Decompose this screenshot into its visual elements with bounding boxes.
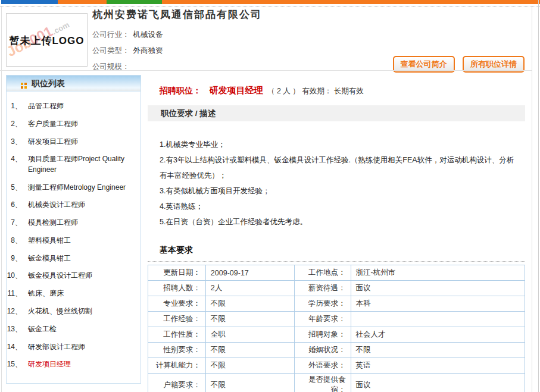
- company-scale-label: 公司规模：: [92, 62, 130, 71]
- company-type-value: 外商独资: [133, 46, 163, 55]
- topbar-orange-segment: [162, 0, 540, 4]
- company-type-label: 公司类型：: [92, 46, 130, 55]
- header-divider: [0, 70, 532, 71]
- job-list-item[interactable]: 6、机械类设计工程师: [7, 196, 138, 214]
- requirements-row: 更新日期：2009-09-17工作地点：浙江-杭州市: [148, 265, 525, 281]
- requirements-row: 户籍要求：不限是否提供食宿：面议: [148, 374, 525, 392]
- content-right-border: [532, 7, 532, 392]
- requirement-label: 学历要求：: [294, 296, 351, 312]
- job-list-item[interactable]: 8、塑料模具钳工: [7, 232, 138, 250]
- job-list-item[interactable]: 15、研发项目经理: [7, 356, 138, 374]
- job-list-item[interactable]: 2、客户质量工程师: [7, 115, 138, 133]
- requirement-label: 工作性质：: [148, 327, 206, 343]
- job-item-number: 6、: [7, 200, 28, 210]
- job-list-item[interactable]: 3、研发项目工程师: [7, 133, 138, 151]
- job-item-number: 11、: [7, 288, 28, 299]
- page: Job001.com 暂未上传LOGO 杭州安费诺飞凤通信部品有限公司 公司行业…: [0, 0, 540, 392]
- job-item-number: 1、: [7, 101, 28, 111]
- job-list-item[interactable]: 14、研发部设计工程师: [7, 338, 138, 356]
- top-color-bar: [0, 0, 540, 4]
- job-list-item[interactable]: 9、钣金模具钳工: [7, 250, 138, 268]
- job-item-label: 钣金工检: [28, 324, 138, 334]
- job-list-item[interactable]: 11、铣床、磨床: [7, 285, 138, 303]
- requirement-value: 2人: [205, 281, 294, 296]
- job-item-label: 火花机、慢丝线切割: [28, 306, 138, 316]
- requirements-row: 性别要求：不限婚姻状况：不限: [148, 343, 525, 358]
- requirements-row: 工作经验：不限年龄要求：: [148, 312, 525, 327]
- requirement-value: 面议: [351, 281, 525, 296]
- description-section-title: 职位要求 / 描述: [148, 105, 525, 121]
- description-line: 3.有类似机械方面项目开发经验；: [160, 183, 517, 199]
- job-list-item[interactable]: 7、模具检测工程师: [7, 214, 138, 232]
- requirement-value: 社会人才: [351, 327, 525, 343]
- job-list-item[interactable]: 13、钣金工检: [7, 321, 138, 338]
- requirements-row: 专业要求：不限学历要求：本科: [148, 296, 525, 312]
- job-item-number: 10、: [7, 271, 28, 281]
- job-validity-label: 有效期：: [302, 87, 332, 95]
- job-list-item[interactable]: 12、火花机、慢丝线切割: [7, 303, 138, 321]
- requirement-value: 本科: [351, 296, 525, 312]
- requirement-label: 户籍要求：: [148, 374, 206, 392]
- job-list-title: 职位列表: [32, 79, 65, 88]
- job-list-item[interactable]: 1、品管工程师: [7, 98, 138, 115]
- company-industry-value: 机械设备: [133, 30, 163, 39]
- job-item-number: 8、: [7, 236, 28, 246]
- basic-requirements-title: 基本要求: [148, 245, 525, 262]
- job-item-number: 14、: [7, 342, 28, 352]
- requirement-value: 不限: [205, 312, 294, 327]
- job-description: 1.机械类专业毕业；2.有3年以上结构设计或塑料模具、钣金模具设计工作经验.（熟…: [148, 121, 525, 245]
- requirements-row: 招聘人数：2人薪资待遇：面议: [148, 281, 525, 296]
- company-logo-placeholder: Job001.com 暂未上传LOGO: [6, 13, 88, 67]
- job-item-label: 模具检测工程师: [28, 218, 138, 228]
- job-item-label: 机械类设计工程师: [28, 200, 138, 210]
- requirement-value: 不限: [351, 343, 525, 358]
- job-item-label: 研发项目工程师: [28, 137, 138, 147]
- job-list-item[interactable]: 5、测量工程师Metrology Engineer: [7, 178, 138, 196]
- job-list: 1、品管工程师2、客户质量工程师3、研发项目工程师4、项目质量工程师Projec…: [7, 92, 141, 383]
- job-item-number: 3、: [7, 137, 28, 147]
- requirement-label: 是否提供食宿：: [294, 374, 351, 392]
- job-header: 招聘职位： 研发项目经理 （ 2 人 ） 有效期： 长期有效: [148, 85, 525, 96]
- job-item-label: 铣床、磨床: [28, 288, 138, 299]
- job-item-label: 研发项目经理: [28, 359, 138, 369]
- job-item-label: 项目质量工程师Project Quality Engineer: [28, 154, 138, 175]
- job-validity-value: 长期有效: [334, 87, 364, 95]
- window-right-edge: [538, 0, 539, 392]
- requirement-value: [351, 312, 525, 327]
- job-item-number: 7、: [7, 218, 28, 228]
- requirement-value: 英语: [351, 358, 525, 374]
- job-item-label: 钣金模具钳工: [28, 253, 138, 264]
- job-item-label: 品管工程师: [28, 101, 138, 111]
- job-list-item[interactable]: 10、钣金模具设计工程师: [7, 267, 138, 285]
- job-item-label: 塑料模具钳工: [28, 236, 138, 246]
- description-line: 5.在日资（台资）企业工作经验者优先考虑。: [160, 214, 517, 230]
- job-list-item[interactable]: 4、项目质量工程师Project Quality Engineer: [7, 150, 138, 178]
- no-logo-text: 暂未上传LOGO: [7, 34, 87, 48]
- job-headcount: （ 2 人 ）: [267, 87, 300, 95]
- requirements-row: 工作性质：全职招聘对象：社会人才: [148, 327, 525, 343]
- company-industry-label: 公司行业：: [92, 30, 130, 39]
- requirement-value: 2009-09-17: [205, 265, 294, 281]
- requirement-label: 更新日期：: [148, 265, 206, 281]
- dotted-divider: [0, 6, 540, 7]
- requirement-label: 薪资待遇：: [294, 281, 351, 296]
- job-item-label: 测量工程师Metrology Engineer: [28, 183, 138, 193]
- requirement-value: 不限: [205, 343, 294, 358]
- requirement-label: 年龄要求：: [294, 312, 351, 327]
- job-item-number: 9、: [7, 253, 28, 264]
- requirement-label: 专业要求：: [148, 296, 206, 312]
- company-industry-row: 公司行业：机械设备: [92, 27, 262, 43]
- job-item-number: 12、: [7, 306, 28, 316]
- job-list-sidebar: 职位列表 1、品管工程师2、客户质量工程师3、研发项目工程师4、项目质量工程师P…: [6, 75, 141, 384]
- job-item-label: 钣金模具设计工程师: [28, 271, 138, 281]
- requirement-label: 计算机能力：: [148, 358, 206, 374]
- job-position-label: 招聘职位：: [160, 86, 201, 95]
- requirement-value: 浙江-杭州市: [351, 265, 525, 281]
- page-left-border: [1, 7, 2, 392]
- requirement-label: 性别要求：: [148, 343, 206, 358]
- job-detail-panel: 招聘职位： 研发项目经理 （ 2 人 ） 有效期： 长期有效 职位要求 / 描述…: [148, 78, 525, 392]
- requirement-label: 婚姻状况：: [294, 343, 351, 358]
- job-item-number: 5、: [7, 183, 28, 193]
- company-info-block: 杭州安费诺飞凤通信部品有限公司 公司行业：机械设备 公司类型：外商独资 公司规模…: [92, 8, 262, 75]
- topbar-green-segment: [107, 0, 162, 4]
